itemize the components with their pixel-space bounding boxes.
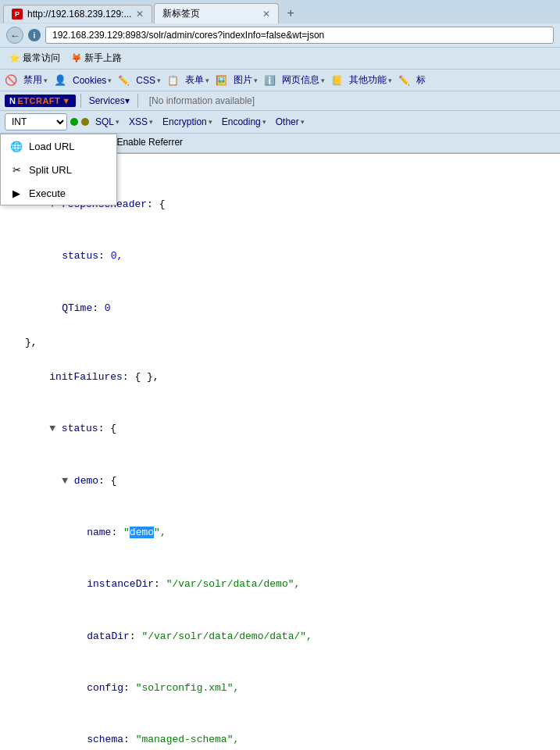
xinshoushanglu-icon: 🦊 — [71, 53, 82, 64]
pencil-icon-2: ✏️ — [398, 75, 410, 86]
netcraft-logo[interactable]: NETCRAFT ▼ — [5, 95, 76, 107]
xss-label: XSS — [129, 116, 148, 127]
netcraft-text: N — [9, 96, 16, 105]
json-status2-line: ▼ status: { — [12, 403, 548, 455]
other-hackbar-button[interactable]: Other▾ — [273, 115, 308, 129]
services-dropdown-container: Services▾ — [86, 94, 133, 108]
tab-close-2[interactable]: ✕ — [262, 9, 270, 20]
tab-active[interactable]: P http://192.168.239.129:... ✕ — [3, 5, 152, 23]
sql-label: SQL — [95, 116, 114, 127]
type-select[interactable]: INT LONG DOUBLE FLOAT — [5, 113, 67, 130]
images-icon: 🖼️ — [216, 75, 227, 86]
encoding-label: Encoding — [222, 116, 261, 127]
hackbar-toolbar: INT LONG DOUBLE FLOAT SQL▾ XSS▾ Encrypti… — [0, 111, 560, 134]
sep-1 — [80, 94, 81, 108]
changjifangwen-icon: ⭐ — [9, 53, 20, 64]
netcraft-toolbar: NETCRAFT ▼ Services▾ [No information ava… — [0, 91, 560, 111]
tab-bar: P http://192.168.239.129:... ✕ 新标签页 ✕ + — [0, 0, 560, 23]
encryption-button[interactable]: Encryption▾ — [159, 115, 216, 129]
json-name-line: name: "demo", — [12, 507, 548, 559]
json-config-line: config: "solrconfig.xml", — [12, 662, 548, 714]
bookmark-changjifangwen[interactable]: ⭐ 最常访问 — [5, 50, 65, 66]
hackbar-wrapper: INT LONG DOUBLE FLOAT SQL▾ XSS▾ Encrypti… — [0, 111, 560, 134]
json-content-area: { ▼ responseHeader: { status: 0, QTime: … — [0, 154, 560, 750]
jinyong-icon: 🚫 — [5, 74, 17, 86]
new-tab-button[interactable]: + — [280, 3, 300, 23]
json-response-close: }, — [12, 334, 548, 352]
tab-title-2: 新标签页 — [162, 7, 258, 20]
netcraft-sub: ETCRAFT — [17, 96, 60, 105]
bookmarks-bar: ⭐ 最常访问 🦊 新手上路 — [0, 48, 560, 70]
services-button[interactable]: Services▾ — [86, 94, 133, 108]
load-url-icon: 🌐 — [10, 140, 23, 152]
bookmark-xinshoushanglu[interactable]: 🦊 新手上路 — [66, 50, 127, 66]
other-label: Other — [276, 116, 299, 127]
json-status-line: status: 0, — [12, 230, 548, 282]
execute-icon: ▶ — [10, 187, 23, 199]
json-schema-line: schema: "managed-schema", — [12, 714, 548, 750]
split-url-label: Split URL — [29, 164, 72, 176]
bookmark-label-xinshoushanglu: 新手上路 — [84, 52, 122, 65]
mark-button[interactable]: 标 — [413, 72, 429, 88]
book-icon: 📒 — [331, 75, 343, 86]
other-button[interactable]: 其他功能▾ — [346, 72, 395, 88]
tab-title-1: http://192.168.239.129:... — [27, 9, 131, 20]
load-url-label: Load URL — [29, 141, 75, 152]
json-instancedir-line: instanceDir: "/var/solr/data/demo", — [12, 559, 548, 610]
json-qtime-line: QTime: 0 — [12, 283, 548, 334]
pencil-icon-css: ✏️ — [118, 75, 130, 86]
execute-item[interactable]: ▶ Execute — [1, 181, 116, 205]
dot-green-icon — [70, 118, 78, 126]
dot-olive-icon — [81, 118, 89, 126]
json-initfailures-line: initFailures: { }, — [12, 352, 548, 403]
cookies-button[interactable]: Cookies▾ — [70, 73, 115, 88]
sep-2 — [137, 94, 138, 108]
images-button[interactable]: 图片▾ — [230, 72, 261, 88]
encryption-label: Encryption — [162, 116, 207, 127]
json-demo-line: ▼ demo: { — [12, 455, 548, 507]
address-bar: ← i — [0, 23, 560, 48]
tab-newtab[interactable]: 新标签页 ✕ — [154, 3, 279, 23]
referrer-label: Enable Referrer — [116, 137, 183, 148]
netcraft-arrow: ▼ — [62, 96, 70, 105]
forms-icon: 📋 — [167, 75, 179, 86]
json-datadir-line: dataDir: "/var/solr/data/demo/data/", — [12, 610, 548, 662]
services-label: Services▾ — [89, 95, 130, 106]
execute-label: Execute — [29, 188, 66, 199]
load-url-item[interactable]: 🌐 Load URL — [1, 134, 116, 158]
info-icon-toolbar: ℹ️ — [264, 75, 276, 86]
back-button[interactable]: ← — [6, 27, 23, 44]
disabled-toolbar: 🚫 禁用▾ 👤 Cookies▾ ✏️ CSS▾ 📋 表单▾ 🖼️ 图片▾ ℹ️… — [0, 70, 560, 91]
tab-close-1[interactable]: ✕ — [136, 9, 144, 20]
encoding-button[interactable]: Encoding▾ — [219, 115, 269, 129]
sql-button[interactable]: SQL▾ — [92, 115, 123, 129]
xss-button[interactable]: XSS▾ — [126, 115, 156, 129]
css-button[interactable]: CSS▾ — [133, 73, 164, 88]
bookmark-label-changjifangwen: 最常访问 — [23, 52, 60, 65]
hackbar-dropdown-menu: 🌐 Load URL ✂ Split URL ▶ Execute — [0, 134, 117, 205]
split-url-item[interactable]: ✂ Split URL — [1, 158, 116, 181]
browser-chrome: P http://192.168.239.129:... ✕ 新标签页 ✕ + … — [0, 0, 560, 154]
split-url-icon: ✂ — [10, 163, 23, 176]
user-icon: 👤 — [54, 74, 66, 86]
webinfo-button[interactable]: 网页信息▾ — [279, 72, 328, 88]
no-info-text: [No information available] — [143, 94, 261, 108]
info-button[interactable]: i — [28, 29, 41, 41]
demo-highlight: demo — [130, 527, 154, 538]
tab-favicon-1: P — [12, 9, 23, 20]
jinyong-button[interactable]: 禁用▾ — [20, 72, 51, 88]
forms-button[interactable]: 表单▾ — [182, 72, 212, 88]
url-field[interactable] — [45, 27, 554, 44]
